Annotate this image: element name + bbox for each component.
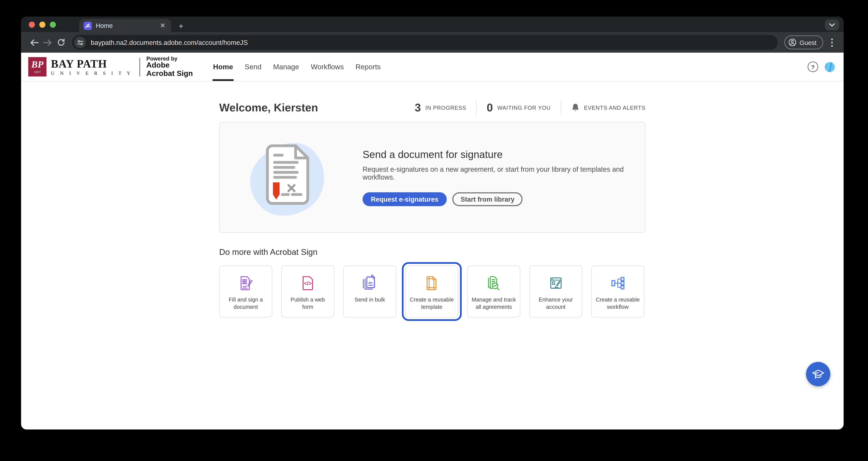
stat-waiting-for-you[interactable]: 0 WAITING FOR YOU bbox=[487, 101, 551, 114]
nav-tab-home[interactable]: Home bbox=[207, 53, 239, 81]
forward-button[interactable] bbox=[41, 36, 54, 49]
card-create-reusable-template[interactable]: Create a reusable template bbox=[405, 265, 458, 318]
document-signature-illustration bbox=[241, 132, 335, 223]
guest-avatar-icon bbox=[788, 38, 797, 47]
tab-search-chevron-button[interactable] bbox=[825, 20, 839, 31]
chevron-down-icon bbox=[829, 23, 835, 27]
zoom-window-button[interactable] bbox=[50, 21, 56, 28]
nav-tab-send[interactable]: Send bbox=[239, 53, 267, 81]
url-bar[interactable]: baypath.na2.documents.adobe.com/account/… bbox=[72, 35, 778, 50]
browser-tab-home[interactable]: Home ✕ bbox=[79, 19, 171, 32]
nav-tab-manage[interactable]: Manage bbox=[268, 53, 305, 81]
send-document-card: Send a document for signature Request e-… bbox=[219, 122, 646, 233]
reusable-template-icon bbox=[423, 274, 441, 292]
stat-events-and-alerts[interactable]: EVENTS AND ALERTS bbox=[571, 103, 646, 112]
nav-tab-workflows[interactable]: Workflows bbox=[305, 53, 350, 81]
graduation-cap-icon bbox=[811, 367, 825, 381]
reload-icon bbox=[57, 38, 65, 47]
do-more-cards: Fill and sign a document </> Publish a w… bbox=[219, 265, 646, 318]
browser-toolbar: baypath.na2.documents.adobe.com/account/… bbox=[21, 32, 843, 53]
acrobat-favicon-icon bbox=[84, 21, 92, 30]
send-document-text: Send a document for signature Request e-… bbox=[363, 149, 645, 206]
enhance-account-icon bbox=[547, 274, 565, 292]
baypath-logo: BP 1897 bbox=[28, 57, 46, 77]
hero-title: Send a document for signature bbox=[363, 149, 645, 161]
screenshot-stage: Home ✕ + baypath.na2.docume bbox=[0, 0, 868, 461]
stat-divider bbox=[476, 100, 477, 115]
nav-tab-reports[interactable]: Reports bbox=[350, 53, 386, 81]
header-right: ? bbox=[808, 62, 835, 72]
status-summary: 3 IN PROGRESS 0 WAITING FOR YOU EVENTS A… bbox=[415, 100, 646, 115]
home-page: Welcome, Kiersten 3 IN PROGRESS 0 WAITIN… bbox=[219, 100, 646, 318]
profile-button[interactable]: Guest bbox=[784, 35, 823, 49]
page-content: BP 1897 BAY PATH U N I V E R S I T Y Pow… bbox=[21, 53, 843, 429]
send-in-bulk-icon bbox=[361, 274, 379, 292]
baypath-wordmark: BAY PATH U N I V E R S I T Y bbox=[51, 58, 132, 76]
start-from-library-button[interactable]: Start from library bbox=[453, 192, 523, 206]
browser-window: Home ✕ + baypath.na2.docume bbox=[21, 17, 843, 430]
card-send-in-bulk[interactable]: Send in bulk bbox=[343, 265, 396, 318]
baypath-monogram: BP bbox=[31, 60, 43, 69]
fill-and-sign-icon bbox=[237, 274, 255, 292]
back-button[interactable] bbox=[28, 36, 41, 49]
browser-menu-button[interactable] bbox=[827, 36, 837, 49]
new-tab-button[interactable]: + bbox=[174, 19, 188, 32]
card-publish-web-form[interactable]: </> Publish a web form bbox=[281, 265, 335, 318]
request-esignatures-button[interactable]: Request e-signatures bbox=[363, 192, 447, 206]
user-avatar[interactable] bbox=[825, 62, 835, 72]
help-icon[interactable]: ? bbox=[808, 62, 818, 72]
do-more-heading: Do more with Acrobat Sign bbox=[219, 247, 646, 257]
web-form-icon: </> bbox=[299, 274, 317, 292]
card-enhance-account[interactable]: Enhance your account bbox=[529, 265, 583, 318]
baypath-year: 1897 bbox=[34, 70, 41, 74]
card-manage-track-agreements[interactable]: Manage and track all agreements bbox=[467, 265, 520, 318]
tune-icon bbox=[77, 39, 83, 46]
welcome-row: Welcome, Kiersten 3 IN PROGRESS 0 WAITIN… bbox=[219, 100, 646, 115]
url-text[interactable]: baypath.na2.documents.adobe.com/account/… bbox=[91, 38, 248, 46]
hero-description: Request e-signatures on a new agreement,… bbox=[363, 166, 645, 181]
powered-by-block: Powered by Adobe Acrobat Sign bbox=[146, 56, 193, 78]
main-nav: Home Send Manage Workflows Reports bbox=[207, 53, 386, 81]
reload-button[interactable] bbox=[54, 36, 67, 49]
kebab-menu-icon bbox=[831, 38, 833, 47]
learning-assistant-button[interactable] bbox=[806, 362, 830, 386]
page-title: Welcome, Kiersten bbox=[219, 101, 318, 114]
card-fill-and-sign[interactable]: Fill and sign a document bbox=[219, 265, 272, 318]
forward-arrow-icon bbox=[43, 38, 52, 46]
tab-title: Home bbox=[96, 22, 159, 29]
site-settings-button[interactable] bbox=[74, 36, 86, 48]
window-controls bbox=[21, 17, 65, 32]
track-agreements-icon bbox=[485, 274, 502, 292]
profile-label: Guest bbox=[800, 39, 816, 46]
tab-close-icon[interactable]: ✕ bbox=[159, 21, 166, 30]
minimize-window-button[interactable] bbox=[39, 21, 45, 28]
bell-icon bbox=[571, 103, 580, 112]
logo-divider bbox=[140, 57, 140, 76]
svg-text:</>: </> bbox=[304, 280, 312, 286]
stat-divider bbox=[561, 100, 561, 115]
close-window-button[interactable] bbox=[29, 21, 35, 28]
site-header: BP 1897 BAY PATH U N I V E R S I T Y Pow… bbox=[21, 53, 843, 82]
browser-tab-strip: Home ✕ + bbox=[21, 17, 843, 32]
reusable-workflow-icon bbox=[609, 274, 627, 292]
card-create-reusable-workflow[interactable]: Create a reusable workflow bbox=[591, 265, 644, 318]
stat-in-progress[interactable]: 3 IN PROGRESS bbox=[415, 101, 466, 114]
back-arrow-icon bbox=[30, 38, 39, 46]
